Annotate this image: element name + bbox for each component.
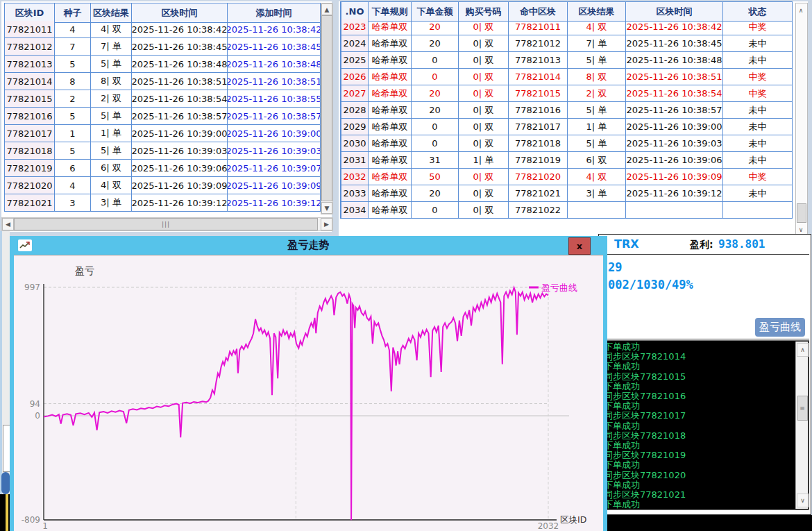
- table-cell[interactable]: 1| 单: [459, 152, 509, 169]
- table-cell[interactable]: 2028: [341, 102, 369, 119]
- table-cell[interactable]: 4| 双: [91, 21, 132, 38]
- table-cell[interactable]: 2| 双: [568, 85, 626, 102]
- table-cell[interactable]: 77821018: [509, 135, 568, 152]
- table-cell[interactable]: 0| 双: [459, 185, 509, 202]
- table-cell[interactable]: 3| 单: [568, 185, 626, 202]
- table-cell[interactable]: 77821018: [5, 142, 55, 160]
- table-cell[interactable]: 2025-11-26 10:38:42: [626, 19, 723, 35]
- table-cell[interactable]: 5| 单: [568, 52, 626, 69]
- table-cell[interactable]: 5: [55, 108, 91, 125]
- table-cell[interactable]: 8| 双: [568, 69, 626, 85]
- table-cell[interactable]: 2025-11-26 10:39:12: [132, 194, 228, 212]
- table-cell[interactable]: 中奖: [723, 85, 793, 102]
- table-cell[interactable]: 2025-11-26 10:38:45: [626, 35, 723, 52]
- table-cell[interactable]: 2023: [341, 19, 369, 35]
- table-cell[interactable]: 2025-11-26 10:38:45: [132, 38, 228, 56]
- table-cell[interactable]: 77821016: [509, 102, 568, 119]
- table-cell[interactable]: 2025-11-26 10:39:06: [132, 160, 228, 177]
- table-cell[interactable]: 4| 双: [568, 19, 626, 35]
- table-cell[interactable]: 77821011: [5, 21, 55, 38]
- table-cell[interactable]: 77821015: [5, 90, 55, 108]
- table-cell[interactable]: 0| 双: [459, 135, 509, 152]
- table-cell[interactable]: 未中: [723, 135, 793, 152]
- table-cell[interactable]: 7| 单: [568, 35, 626, 52]
- vscroll-thumb[interactable]: [321, 15, 332, 201]
- table-cell[interactable]: 2025-11-26 10:39:03: [228, 142, 321, 160]
- table-cell[interactable]: 77821019: [509, 152, 568, 169]
- table-cell[interactable]: 2024: [341, 35, 369, 52]
- table-cell[interactable]: 2025-11-26 10:39:09: [626, 169, 723, 185]
- table-cell[interactable]: 5: [55, 142, 91, 160]
- table-cell[interactable]: 7| 单: [91, 38, 132, 56]
- table-cell[interactable]: 未中: [723, 35, 793, 52]
- table-cell[interactable]: 77821020: [509, 169, 568, 185]
- table-cell[interactable]: 2025-11-26 10:38:45: [228, 38, 321, 56]
- table-cell[interactable]: 未中: [723, 185, 793, 202]
- table-cell[interactable]: 中奖: [723, 169, 793, 185]
- blocks-table-hscrollbar[interactable]: ◀ ||| ▶: [1, 217, 333, 231]
- table-cell[interactable]: 2025-11-26 10:39:06: [626, 152, 723, 169]
- column-header[interactable]: 区块ID: [5, 3, 55, 23]
- table-cell[interactable]: 2031: [341, 152, 369, 169]
- table-cell[interactable]: 77821013: [5, 56, 55, 73]
- table-cell[interactable]: 哈希单双: [369, 19, 412, 35]
- table-cell[interactable]: 4| 双: [91, 177, 132, 194]
- table-cell[interactable]: [626, 202, 723, 219]
- scroll-down-icon[interactable]: ▼: [321, 202, 332, 214]
- table-cell[interactable]: 20: [412, 85, 459, 102]
- table-cell[interactable]: 哈希单双: [369, 52, 412, 69]
- table-cell[interactable]: 0| 双: [459, 202, 509, 219]
- table-cell[interactable]: 哈希单双: [369, 35, 412, 52]
- blocks-table-vscrollbar[interactable]: ▲ ▼: [321, 3, 333, 214]
- table-cell[interactable]: 0| 双: [459, 35, 509, 52]
- table-cell[interactable]: 3| 单: [91, 194, 132, 212]
- table-cell[interactable]: 77821016: [5, 108, 55, 125]
- table-cell[interactable]: 20: [412, 102, 459, 119]
- scroll-left-icon[interactable]: ◀: [2, 218, 14, 230]
- scroll-up-icon[interactable]: ▲: [321, 3, 332, 15]
- table-cell[interactable]: 8| 双: [91, 73, 132, 90]
- table-cell[interactable]: 6| 双: [91, 160, 132, 177]
- column-header[interactable]: 种子: [55, 3, 91, 23]
- close-icon[interactable]: x: [568, 237, 591, 255]
- table-cell[interactable]: 8: [55, 73, 91, 90]
- table-cell[interactable]: 2025-11-26 10:39:12: [228, 194, 321, 212]
- table-cell[interactable]: 2025-11-26 10:39:12: [626, 185, 723, 202]
- table-cell[interactable]: 0| 双: [459, 19, 509, 35]
- table-cell[interactable]: 哈希单双: [369, 152, 412, 169]
- background-button-fragment[interactable]: [1, 472, 10, 494]
- table-cell[interactable]: 2027: [341, 85, 369, 102]
- table-cell[interactable]: 31: [412, 152, 459, 169]
- table-cell[interactable]: 未中: [723, 52, 793, 69]
- vscroll-thumb[interactable]: [797, 203, 806, 223]
- table-cell[interactable]: 77821022: [509, 202, 568, 219]
- table-cell[interactable]: 0: [412, 202, 459, 219]
- table-cell[interactable]: 1| 单: [568, 119, 626, 135]
- scroll-down-icon[interactable]: ∨: [797, 494, 809, 507]
- table-cell[interactable]: 2025-11-26 10:38:51: [132, 73, 228, 90]
- table-cell[interactable]: 0: [412, 135, 459, 152]
- table-cell[interactable]: 哈希单双: [369, 102, 412, 119]
- table-cell[interactable]: 2025-11-26 10:38:54: [626, 85, 723, 102]
- vscroll-thumb[interactable]: ≡: [797, 396, 808, 421]
- window-titlebar[interactable]: 盈亏走势 x: [10, 236, 607, 255]
- table-cell[interactable]: 哈希单双: [369, 169, 412, 185]
- table-cell[interactable]: 未中: [723, 152, 793, 169]
- table-cell[interactable]: 2025-11-26 10:39:00: [626, 119, 723, 135]
- table-cell[interactable]: 0: [412, 52, 459, 69]
- table-cell[interactable]: 中奖: [723, 19, 793, 35]
- table-cell[interactable]: 0| 双: [459, 169, 509, 185]
- console-vscrollbar[interactable]: ∧ ≡ ∨: [795, 342, 808, 509]
- table-cell[interactable]: 0| 双: [459, 85, 509, 102]
- table-cell[interactable]: 0| 双: [459, 52, 509, 69]
- table-cell[interactable]: 77821017: [5, 125, 55, 142]
- table-cell[interactable]: [723, 202, 793, 219]
- table-cell[interactable]: 1| 单: [91, 125, 132, 142]
- table-cell[interactable]: 6: [55, 160, 91, 177]
- table-cell[interactable]: 2025-11-26 10:38:57: [132, 108, 228, 125]
- table-cell[interactable]: 未中: [723, 119, 793, 135]
- table-cell[interactable]: 2025-11-26 10:38:57: [228, 108, 321, 125]
- table-cell[interactable]: 2033: [341, 185, 369, 202]
- table-cell[interactable]: 77821014: [509, 69, 568, 85]
- table-cell[interactable]: 2025-11-26 10:38:51: [228, 73, 321, 90]
